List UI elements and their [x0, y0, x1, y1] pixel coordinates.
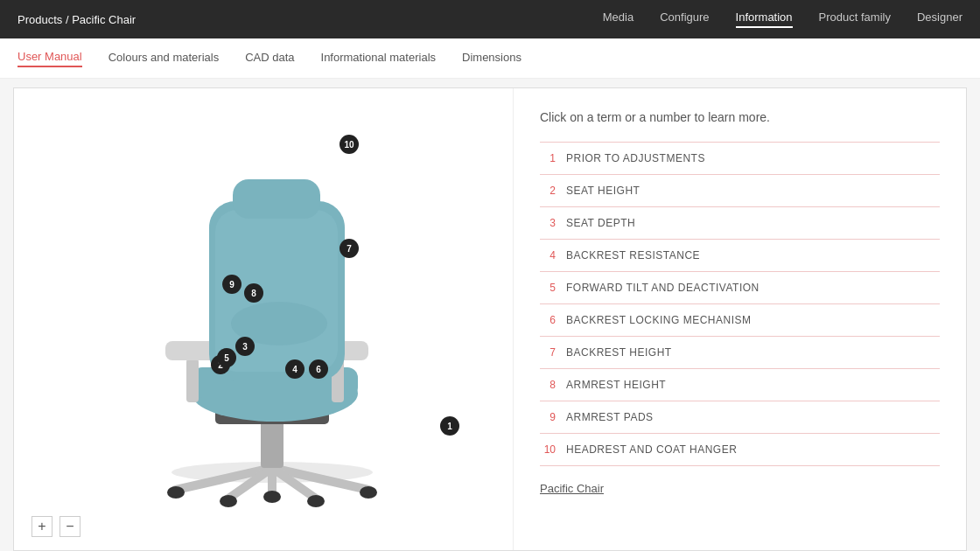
tab-user-manual[interactable]: User Manual — [18, 50, 82, 67]
nav-link-product-family[interactable]: Product family — [819, 10, 891, 28]
list-item[interactable]: 6 BACKREST LOCKING MECHANISM — [540, 304, 940, 337]
tab-dimensions[interactable]: Dimensions — [462, 51, 522, 66]
svg-point-10 — [263, 491, 281, 503]
svg-rect-11 — [261, 420, 284, 468]
item-label: ARMREST PADS — [566, 411, 654, 423]
item-number: 8 — [540, 379, 556, 391]
item-label: PRIOR TO ADJUSTMENTS — [566, 152, 705, 164]
list-item[interactable]: 1 PRIOR TO ADJUSTMENTS — [540, 142, 940, 175]
item-number: 7 — [540, 346, 556, 359]
badge-5[interactable]: 5 — [217, 348, 236, 367]
badge-1[interactable]: 1 — [440, 416, 459, 436]
list-item[interactable]: 3 SEAT DEPTH — [540, 207, 940, 240]
svg-point-6 — [167, 486, 185, 499]
item-label: FORWARD TILT AND DEACTIVATION — [566, 282, 760, 294]
item-label: SEAT DEPTH — [566, 217, 635, 229]
badge-4[interactable]: 4 — [285, 359, 304, 379]
item-label: BACKREST HEIGHT — [566, 346, 672, 359]
svg-point-7 — [360, 486, 377, 499]
nav-link-information[interactable]: Information — [736, 10, 793, 28]
badge-9[interactable]: 9 — [222, 275, 242, 294]
info-panel: Click on a term or a number to learn mor… — [513, 88, 966, 550]
item-number: 3 — [540, 217, 556, 229]
item-number: 6 — [540, 314, 556, 326]
item-label: BACKREST LOCKING MECHANISM — [566, 314, 751, 326]
svg-point-9 — [307, 495, 325, 507]
breadcrumb-current: Pacific Chair — [72, 13, 136, 26]
sub-navigation: User Manual Colours and materials CAD da… — [0, 38, 980, 79]
item-number: 2 — [540, 185, 556, 197]
list-item[interactable]: 7 BACKREST HEIGHT — [540, 337, 940, 369]
item-label: ARMREST HEIGHT — [566, 379, 666, 391]
breadcrumb: Products / Pacific Chair — [18, 13, 136, 26]
svg-point-8 — [220, 495, 237, 507]
zoom-in-button[interactable]: + — [32, 516, 52, 537]
item-number: 10 — [540, 443, 556, 456]
tab-colours-materials[interactable]: Colours and materials — [108, 51, 219, 66]
pacific-chair-link[interactable]: Pacific Chair — [540, 482, 604, 495]
chair-svg — [53, 105, 473, 534]
tab-informational-materials[interactable]: Informational materials — [321, 51, 437, 66]
item-number: 9 — [540, 411, 556, 423]
list-item[interactable]: 10 HEADREST AND COAT HANGER — [540, 434, 940, 466]
nav-link-media[interactable]: Media — [603, 10, 634, 28]
list-item[interactable]: 2 SEAT HEIGHT — [540, 175, 940, 207]
item-label: BACKREST RESISTANCE — [566, 249, 700, 262]
zoom-out-button[interactable]: − — [60, 516, 80, 537]
badge-8[interactable]: 8 — [244, 283, 263, 303]
breadcrumb-prefix: Products / — [18, 13, 72, 26]
info-list: 1 PRIOR TO ADJUSTMENTS 2 SEAT HEIGHT 3 S… — [540, 142, 940, 466]
badge-3[interactable]: 3 — [235, 337, 255, 356]
item-number: 4 — [540, 249, 556, 262]
top-navigation: Products / Pacific Chair Media Configure… — [0, 0, 980, 38]
zoom-controls: + − — [32, 516, 80, 537]
svg-rect-15 — [186, 359, 199, 402]
nav-link-designer[interactable]: Designer — [917, 10, 962, 28]
tab-cad-data[interactable]: CAD data — [245, 51, 294, 66]
list-item[interactable]: 8 ARMREST HEIGHT — [540, 369, 940, 401]
svg-rect-22 — [233, 179, 320, 219]
item-label: HEADREST AND COAT HANGER — [566, 443, 737, 456]
chair-illustration-area: 1 2 3 5 4 6 7 8 9 10 + − — [14, 88, 513, 550]
nav-link-configure[interactable]: Configure — [660, 10, 709, 28]
item-number: 1 — [540, 152, 556, 164]
list-item[interactable]: 5 FORWARD TILT AND DEACTIVATION — [540, 272, 940, 304]
badge-10[interactable]: 10 — [340, 135, 359, 154]
list-item[interactable]: 9 ARMREST PADS — [540, 401, 940, 434]
badge-7[interactable]: 7 — [340, 239, 359, 258]
badge-6[interactable]: 6 — [309, 359, 328, 379]
item-number: 5 — [540, 282, 556, 294]
main-content: 1 2 3 5 4 6 7 8 9 10 + − Click on a term… — [13, 87, 967, 551]
top-nav-links: Media Configure Information Product fami… — [603, 10, 962, 28]
info-hint: Click on a term or a number to learn mor… — [540, 110, 940, 124]
item-label: SEAT HEIGHT — [566, 185, 640, 197]
list-item[interactable]: 4 BACKREST RESISTANCE — [540, 240, 940, 272]
